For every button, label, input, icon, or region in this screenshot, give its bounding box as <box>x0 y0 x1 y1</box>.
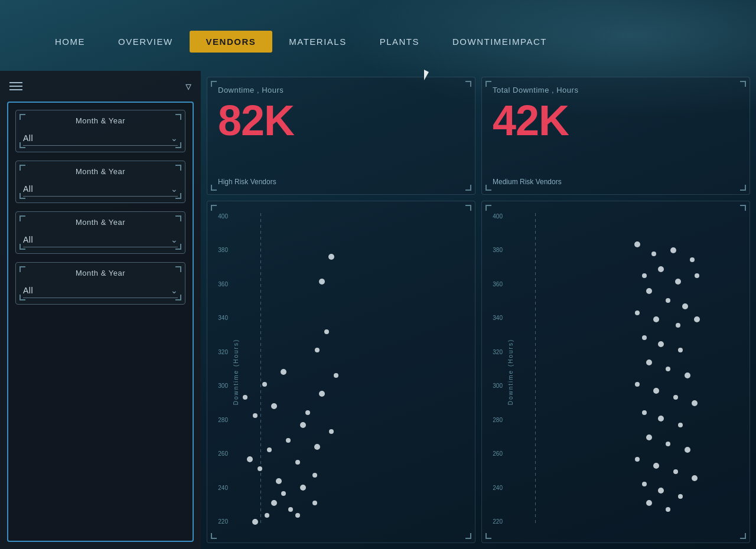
nav-downtime-impact[interactable]: DowntimeImpact <box>436 31 563 53</box>
scatter-dot <box>334 373 338 378</box>
stat-sublabel-2: Medium Risk Vendors <box>493 178 562 186</box>
scatter-dot <box>651 251 656 256</box>
scatter-dot <box>319 391 325 397</box>
charts-row: 400380360340320300280260240220Downtime (… <box>207 201 750 543</box>
stats-row: Downtime , Hours 82K High Risk Vendors T… <box>207 77 750 195</box>
scatter-dot <box>653 316 659 322</box>
nav-vendors[interactable]: Vendors <box>190 31 273 53</box>
scatter-dot <box>676 323 680 328</box>
nav-home[interactable]: Home <box>38 31 102 53</box>
filter-panel: Month & Year All ⌄ Month & Year All ⌄ Mo… <box>7 102 194 542</box>
y-axis: 400380360340320300280260240220 <box>482 213 506 525</box>
scatter-dot <box>243 395 247 400</box>
scatter-dot <box>646 434 652 440</box>
stat-card-1: Downtime , Hours 82K High Risk Vendors <box>207 77 475 195</box>
filter-box-3: Month & Year All ⌄ <box>15 211 185 254</box>
scatter-dot <box>267 447 272 452</box>
corner-decoration <box>485 205 491 211</box>
scatter-dot <box>646 288 652 294</box>
scatter-dot <box>675 279 681 285</box>
scatter-dot <box>635 382 640 387</box>
corner-decoration <box>465 205 471 211</box>
corner-decoration <box>740 81 746 87</box>
scatter-dot <box>642 273 647 278</box>
scatter-plot-area <box>506 213 745 525</box>
y-axis: 400380360340320300280260240220 <box>207 213 231 525</box>
scatter-dot <box>324 329 329 334</box>
scatter-dot <box>646 500 652 506</box>
corner-decoration <box>19 165 25 171</box>
corner-decoration <box>19 193 25 199</box>
filter-select-4[interactable]: All ⌄ <box>23 283 178 298</box>
scatter-dot <box>642 410 647 415</box>
scatter-dot <box>673 469 678 474</box>
corner-decoration <box>465 533 471 539</box>
scatter-dot <box>329 429 334 434</box>
scatter-dot <box>295 513 300 518</box>
filter-select-2[interactable]: All ⌄ <box>23 182 178 197</box>
stat-sublabel-1: High Risk Vendors <box>218 178 276 186</box>
scatter-dot <box>271 403 277 409</box>
corner-decoration <box>19 244 25 250</box>
scatter-dot <box>300 485 306 491</box>
filter-label-3: Month & Year <box>23 218 178 227</box>
scatter-dot <box>692 400 698 406</box>
scatter-dot <box>670 247 676 253</box>
scatter-dot <box>288 507 293 512</box>
nav-overview[interactable]: Overview <box>102 31 190 53</box>
scatter-dot <box>305 410 310 415</box>
scatter-dot <box>690 257 695 262</box>
scatter-dot <box>682 303 688 309</box>
chevron-down-icon-3: ⌄ <box>171 235 178 244</box>
corner-decoration <box>211 533 217 539</box>
scatter-dot <box>634 241 640 247</box>
corner-decoration <box>175 142 181 148</box>
scatter-dot <box>673 395 678 400</box>
corner-decoration <box>485 533 491 539</box>
corner-decoration <box>740 205 746 211</box>
scatter-dot <box>642 482 647 486</box>
scatter-dot <box>258 466 262 471</box>
scatter-dot <box>276 478 282 484</box>
corner-decoration <box>175 114 181 120</box>
scatter-dot <box>678 348 683 352</box>
filter-value-4: All <box>23 286 33 295</box>
scatter-dot <box>685 372 690 378</box>
corner-decoration <box>175 266 181 272</box>
chart-card-2: 400380360340320300280260240220Downtime (… <box>481 201 750 543</box>
filter-select-1[interactable]: All ⌄ <box>23 131 178 146</box>
scatter-dot <box>694 316 700 322</box>
corner-decoration <box>175 165 181 171</box>
corner-decoration <box>211 205 217 211</box>
sidebar-panel: ▿ Month & Year All ⌄ Month & Year All ⌄ <box>0 71 201 549</box>
scatter-plot-area <box>231 213 470 525</box>
scatter-dot <box>314 444 320 450</box>
scatter-dot <box>635 311 640 315</box>
filter-box-4: Month & Year All ⌄ <box>15 262 185 305</box>
scatter-dot <box>312 473 317 478</box>
chart-card-1: 400380360340320300280260240220Downtime (… <box>207 201 475 543</box>
scatter-dot <box>678 494 683 499</box>
scatter-dot <box>281 369 286 375</box>
corner-decoration <box>211 185 217 191</box>
corner-decoration <box>465 81 471 87</box>
filter-label-2: Month & Year <box>23 167 178 176</box>
scatter-dot <box>642 335 647 340</box>
filter-label-4: Month & Year <box>23 269 178 277</box>
corner-decoration <box>485 185 491 191</box>
nav-plants[interactable]: Plants <box>363 31 436 53</box>
hamburger-button[interactable] <box>9 82 22 90</box>
nav-materials[interactable]: Materials <box>272 31 363 53</box>
main-content: Downtime , Hours 82K High Risk Vendors T… <box>201 71 756 549</box>
scatter-dot <box>328 254 334 260</box>
filter-button[interactable]: ▿ <box>185 79 191 93</box>
chevron-down-icon-4: ⌄ <box>171 286 178 295</box>
filter-box-2: Month & Year All ⌄ <box>15 161 185 203</box>
navbar: Home Overview Vendors Materials Plants D… <box>38 27 756 56</box>
scatter-dot <box>247 456 253 462</box>
filter-select-3[interactable]: All ⌄ <box>23 233 178 247</box>
scatter-dot <box>635 457 640 462</box>
scatter-dot <box>300 422 306 428</box>
scatter-dot <box>265 513 269 518</box>
scatter-dot <box>319 279 325 285</box>
